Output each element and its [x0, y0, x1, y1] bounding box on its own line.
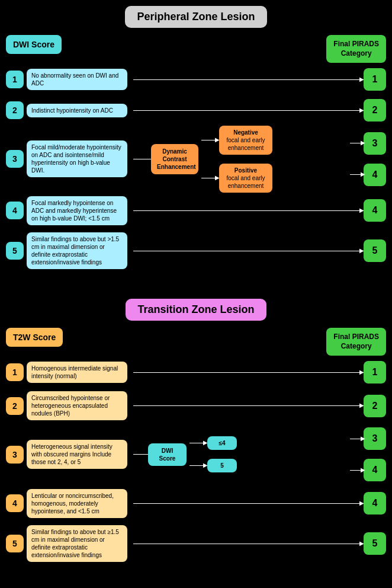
tz-num-2: 2 [6, 397, 24, 415]
pz-desc-3: Focal mild/moderate hypointensity on ADC… [27, 140, 127, 177]
pz-neg-box: Negativefocal and early enhancement [219, 126, 272, 155]
tz-dwi-box: DWI Score [148, 443, 187, 466]
pz-final-3a: 3 [364, 132, 386, 155]
pz-desc-1: No abnormality seen on DWI and ADC [27, 69, 127, 90]
pz-final-5: 5 [364, 239, 386, 262]
pz-desc-5: Similar findings to above but >1.5 cm in… [27, 232, 127, 269]
tz-desc-4: Lenticular or noncircumscribed, homogeno… [27, 489, 127, 518]
tz-num-4: 4 [6, 494, 24, 512]
tz-final-4: 4 [364, 492, 386, 514]
pz-num-5: 5 [6, 242, 24, 260]
pz-final-2: 2 [364, 99, 386, 122]
tz-final-1: 1 [364, 361, 386, 384]
tz-score-header: T2W Score [6, 328, 63, 347]
pz-num-4: 4 [6, 202, 24, 219]
pz-num-1: 1 [6, 71, 24, 88]
pz-dce-box: Dynamic Contrast Enhancement [151, 144, 198, 174]
tz-desc-2: Circumscribed hypointense or heterogeneo… [27, 391, 127, 420]
tz-num-5: 5 [6, 535, 24, 552]
tz-le4-box: ≤4 [207, 436, 237, 450]
pz-final-1: 1 [364, 68, 386, 91]
tz-desc-1: Homogenous intermediate signal intensity… [27, 362, 127, 383]
tz-final-3a: 3 [364, 427, 386, 450]
pz-final-4: 4 [364, 199, 386, 222]
pz-final-3b: 4 [364, 164, 386, 186]
pz-pos-box: Positivefocal and early enhancement [219, 164, 272, 193]
tz-desc-3: Heterogeneous signal intensity with obsc… [27, 440, 127, 469]
pz-num-3: 3 [6, 150, 24, 168]
tz-final-5: 5 [364, 532, 386, 555]
pz-num-2: 2 [6, 101, 24, 119]
pz-score-header: DWI Score [6, 35, 62, 54]
tz-final-2: 2 [364, 395, 386, 417]
pz-desc-4: Focal markedly hypointense on ADC and ma… [27, 196, 127, 225]
tz-pirads-header: Final PIRADS Category [326, 328, 386, 356]
tz-num-1: 1 [6, 363, 24, 381]
tz-title: Transition Zone Lesion [126, 299, 266, 321]
pz-desc-2: Indistinct hypointensity on ADC [27, 104, 127, 117]
pz-pirads-header: Final PIRADS Category [326, 35, 386, 63]
tz-num-3: 3 [6, 446, 24, 464]
tz-final-3b: 4 [364, 459, 386, 481]
tz-5-box: 5 [207, 459, 237, 472]
pz-title: Peripheral Zone Lesion [125, 6, 266, 28]
tz-desc-5: Similar findings to above but ≥1.5 cm in… [27, 525, 127, 562]
